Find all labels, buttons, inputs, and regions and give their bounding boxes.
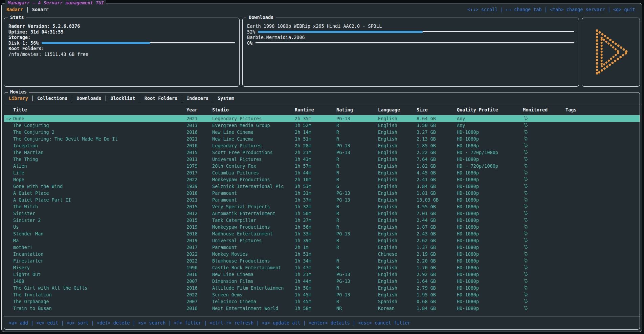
- cell-language: English: [378, 285, 417, 291]
- cell-year: 2021: [186, 115, 212, 122]
- top-keybind-hints: <↑↓> scroll | ←→ change tab | <tab> chan…: [467, 7, 635, 12]
- tab-library[interactable]: Library: [9, 96, 28, 101]
- table-row[interactable]: => Dune 2021 Legendary Pictures 2h 35m P…: [4, 115, 640, 122]
- cell-year: 2019: [186, 224, 212, 230]
- table-row[interactable]: Nope 2022 Monkeypaw Productions 2h 10m R…: [4, 176, 640, 183]
- cell-language: English: [378, 149, 417, 156]
- column-header-monitored: Monitored: [523, 107, 565, 112]
- table-row[interactable]: Slender Man 2018 Madhouse Entertainment …: [4, 230, 640, 237]
- table-row[interactable]: Sinister 2 2015 Tank Caterpillar 1h 37m …: [4, 217, 640, 224]
- cell-quality-profile: HD-1080p: [457, 305, 523, 312]
- cell-studio: Universal Pictures: [212, 156, 295, 163]
- cell-size: 7.64 GB: [417, 156, 457, 163]
- cell-language: Spanish: [378, 298, 417, 305]
- monitored-icon: [523, 291, 565, 298]
- cell-title: Sinister 2: [13, 217, 186, 224]
- cell-year: 2022: [186, 291, 212, 298]
- cell-size: 1.81 GB: [417, 190, 457, 196]
- cell-size: 1.85 GB: [417, 142, 457, 149]
- cell-title: Dune: [13, 115, 186, 122]
- table-row[interactable]: Life 2017 Columbia Pictures 1h 44m R Eng…: [4, 169, 640, 176]
- table-row[interactable]: The Conjuring: The Devil Made Me Do It 2…: [4, 135, 640, 142]
- table-row[interactable]: The Invitation 2022 Screen Gems 1h 45m P…: [4, 291, 640, 298]
- cell-runtime: 2h 14m: [295, 129, 336, 135]
- table-row[interactable]: Lights Out 2016 New Line Cinema 1h 21m P…: [4, 271, 640, 278]
- table-row[interactable]: Firestarter 2022 Blumhouse Productions 1…: [4, 257, 640, 264]
- table-row[interactable]: Sinister 2012 Automatik Entertainment 1h…: [4, 210, 640, 217]
- download-name: Barbie.Mermaidia.2006: [247, 35, 574, 40]
- table-row[interactable]: mother! 2017 Paramount 2h 1m R English 1…: [4, 244, 640, 251]
- cell-rating: R: [336, 122, 378, 129]
- cell-title: Incantation: [13, 251, 186, 257]
- cell-rating: R: [336, 203, 378, 210]
- cell-year: 2018: [186, 230, 212, 237]
- monitored-icon: [523, 190, 565, 196]
- cell-language: English: [378, 224, 417, 230]
- cell-size: 0.68 GB: [417, 298, 457, 305]
- cell-rating: R: [336, 224, 378, 230]
- monitored-icon: [523, 183, 565, 190]
- table-row[interactable]: Us 2019 Monkeypaw Productions 1h 56m R E…: [4, 224, 640, 230]
- tab-downloads[interactable]: Downloads: [76, 96, 101, 101]
- monitored-icon: [523, 224, 565, 230]
- cell-language: English: [378, 183, 417, 190]
- cell-quality-profile: HD-1080p: [457, 217, 523, 224]
- cell-language: English: [378, 264, 417, 271]
- table-row[interactable]: The Girl with All the Gifts 2016 Altitud…: [4, 285, 640, 291]
- cell-size: 2.92 GB: [417, 271, 457, 278]
- table-row[interactable]: A Quiet Place 2018 Paramount 1h 31m PG-1…: [4, 190, 640, 196]
- table-row[interactable]: The Orphanage 2007 Telecinco Cinema 1h 4…: [4, 298, 640, 305]
- tab-indexers[interactable]: Indexers: [186, 96, 208, 101]
- cell-year: 2021: [186, 196, 212, 203]
- monitored-icon: [523, 230, 565, 237]
- app-window: Managarr – A Servarr management TUI Rada…: [1, 3, 642, 332]
- movie-table: => Dune 2021 Legendary Pictures 2h 35m P…: [4, 115, 640, 316]
- cell-language: English: [378, 156, 417, 163]
- servarr-tab-sonarr[interactable]: Sonarr: [32, 7, 49, 12]
- table-row[interactable]: The Thing 2011 Universal Pictures 1h 43m…: [4, 156, 640, 163]
- table-row[interactable]: Ma 2019 Universal Pictures 1h 39m R Engl…: [4, 237, 640, 244]
- cell-title: Slender Man: [13, 230, 186, 237]
- cell-title: Misery: [13, 264, 186, 271]
- cell-title: Sinister: [13, 210, 186, 217]
- table-row[interactable]: The Martian 2015 Scott Free Productions …: [4, 149, 640, 156]
- cell-size: 7.01 GB: [417, 210, 457, 217]
- cell-language: English: [378, 169, 417, 176]
- cell-title: The Thing: [13, 156, 186, 163]
- table-row[interactable]: Incantation 2022 Monkey Movies 1h 51m Ch…: [4, 251, 640, 257]
- cell-runtime: 1h 58m: [295, 305, 336, 312]
- cell-year: 2022: [186, 251, 212, 257]
- tab-blocklist[interactable]: Blocklist: [110, 96, 135, 101]
- cell-studio: Altitude Film Entertainmen: [212, 285, 295, 291]
- table-row[interactable]: A Quiet Place Part II 2021 Paramount 1h …: [4, 196, 640, 203]
- table-row[interactable]: The Conjuring 2 2016 New Line Cinema 2h …: [4, 129, 640, 135]
- cell-language: English: [378, 190, 417, 196]
- tab-system[interactable]: System: [218, 96, 234, 101]
- table-row[interactable]: Inception 2010 Legendary Pictures 2h 28m…: [4, 142, 640, 149]
- cell-runtime: 1h 45m: [295, 291, 336, 298]
- table-row[interactable]: Misery 1990 Castle Rock Entertainment 1h…: [4, 264, 640, 271]
- monitored-icon: [523, 142, 565, 149]
- cell-rating: R: [336, 264, 378, 271]
- table-row[interactable]: The Witch 2015 Very Special Projects 1h …: [4, 203, 640, 210]
- table-row[interactable]: Alien 1979 20th Century Fox 1h 57m R Eng…: [4, 163, 640, 169]
- table-row[interactable]: Train to Busan 2016 Next Entertainment W…: [4, 305, 640, 312]
- cell-runtime: 1h 37m: [295, 217, 336, 224]
- servarr-tabs: RadarrSonarr: [6, 7, 49, 13]
- tab-root-folders[interactable]: Root Folders: [145, 96, 178, 101]
- table-row[interactable]: The Conjuring 2013 Evergreen Media Group…: [4, 122, 640, 129]
- cell-studio: Paramount: [212, 196, 295, 203]
- cell-year: 2017: [186, 169, 212, 176]
- cell-rating: R: [336, 237, 378, 244]
- disk-usage-bar: [42, 42, 235, 43]
- monitored-icon: [523, 115, 565, 122]
- cell-runtime: 2h 35m: [295, 115, 336, 122]
- cell-size: 2.19 GB: [417, 251, 457, 257]
- tab-collections[interactable]: Collections: [37, 96, 67, 101]
- download-percent: 52%: [247, 29, 255, 35]
- table-row[interactable]: 1408 2007 Dimension Films 1h 44m PG-13 E…: [4, 278, 640, 285]
- cell-studio: Monkeypaw Productions: [212, 224, 295, 230]
- logo-panel: [582, 18, 640, 87]
- servarr-tab-radarr[interactable]: Radarr: [6, 7, 23, 12]
- table-row[interactable]: Gone with the Wind 1939 Selznick Interna…: [4, 183, 640, 190]
